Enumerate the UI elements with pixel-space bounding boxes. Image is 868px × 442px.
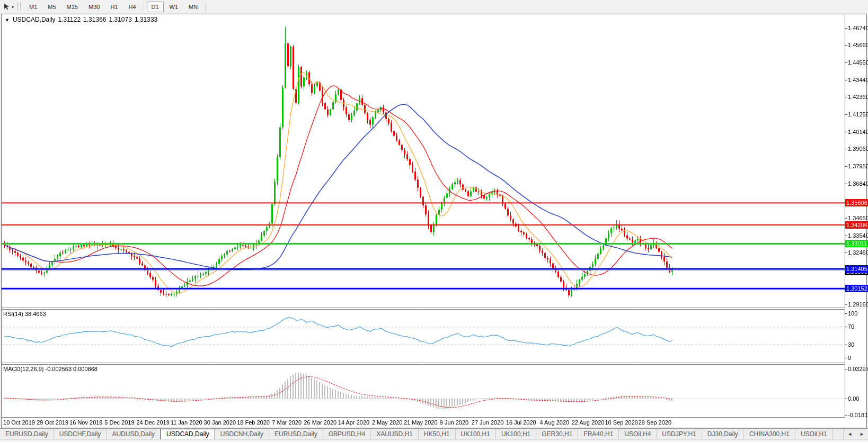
chart-tab-eurusd[interactable]: EURUSD,Daily — [269, 429, 323, 439]
tab-scroll-left-icon[interactable]: ◄ — [844, 431, 856, 437]
price-axis-tick: 1.40140 — [848, 129, 868, 135]
date-axis-label: 29 Oct 2019 — [37, 419, 68, 426]
status-bar — [0, 439, 868, 442]
level-price-badge: 1.35606 — [845, 199, 868, 206]
date-axis-label: 9 Jun 2020 — [440, 419, 468, 426]
ohlc-high: 1.31366 — [83, 16, 106, 23]
rsi-indicator-label: RSI(14) 38.4663 — [3, 311, 46, 317]
chart-canvas[interactable] — [0, 0, 868, 442]
chart-tab-usdchf[interactable]: USDCHF,Daily — [54, 429, 107, 439]
date-axis-label: 11 Jan 2020 — [171, 419, 202, 426]
price-axis-tick: 1.33540 — [848, 232, 868, 239]
ohlc-open: 1.31122 — [58, 16, 81, 23]
chart-tab-usoil[interactable]: USOil,H4 — [619, 429, 657, 439]
chart-tab-audusd[interactable]: AUDUSD,Daily — [107, 429, 161, 439]
ohlc-close: 1.31333 — [135, 16, 157, 23]
price-axis-tick: 1.37950 — [848, 163, 868, 169]
timeframe-toolbar: ▾ M1M5M15M30H1H4D1W1MN — [0, 0, 868, 14]
chevron-down-icon[interactable]: ▾ — [11, 4, 16, 10]
price-axis-tick: 1.36840 — [848, 181, 868, 187]
timeframe-button-m30[interactable]: M30 — [84, 2, 104, 12]
chart-tab-eurusd[interactable]: EURUSD,Daily — [0, 429, 54, 439]
price-axis-tick: 1.39060 — [848, 146, 868, 152]
tab-scroll-right-icon[interactable]: ► — [856, 431, 868, 437]
chart-title: ▼USDCAD,Daily1.311221.313661.310731.3133… — [5, 16, 157, 23]
date-axis-label: 24 Dec 2019 — [136, 419, 169, 426]
chart-symbol-label: USDCAD,Daily — [13, 16, 56, 23]
date-axis-label: 26 Mar 2020 — [304, 419, 336, 426]
tab-scroll-arrows: ◄ ► — [843, 429, 868, 439]
chart-tab-ger30[interactable]: GER30,H1 — [536, 429, 578, 439]
price-axis-tick: 1.34650 — [848, 215, 868, 221]
date-axis-label: 27 Jun 2020 — [472, 419, 504, 426]
chart-tab-bar: EURUSD,DailyUSDCHF,DailyAUDUSD,DailyUSDC… — [0, 428, 868, 439]
chart-menu-icon[interactable]: ▼ — [5, 17, 10, 23]
chart-tab-hk50[interactable]: HK50,H1 — [419, 429, 456, 439]
price-axis-tick: 1.29160 — [848, 301, 868, 308]
chart-tab-china300[interactable]: CHINA300,H1 — [744, 429, 795, 439]
date-axis-label: 10 Sep 2020 — [605, 419, 637, 426]
price-axis-tick: 1.32460 — [848, 249, 868, 256]
rsi-axis-tick: 0 — [848, 355, 851, 361]
level-price-badge: 1.34206 — [845, 221, 868, 229]
timeframe-button-m1[interactable]: M1 — [24, 2, 42, 12]
toolbar-separator — [205, 2, 206, 12]
macd-axis-tick: 0.00 — [848, 395, 859, 402]
rsi-axis-tick: 100 — [848, 310, 857, 317]
date-axis-label: 4 Aug 2020 — [540, 419, 570, 426]
timeframe-button-h1[interactable]: H1 — [105, 2, 122, 12]
macd-indicator-label: MACD(12,26,9) -0.002563 0.000868 — [3, 366, 98, 372]
date-axis-label: 7 Mar 2020 — [272, 419, 302, 426]
date-axis-label: 18 Feb 2020 — [237, 419, 270, 426]
chart-tab-uk100[interactable]: UK100,H1 — [456, 429, 496, 439]
mt4-application: ▾ M1M5M15M30H1H4D1W1MN ▼USDCAD,Daily1.31… — [0, 0, 868, 442]
level-price-badge: 1.30152 — [845, 285, 868, 292]
chart-tabs: EURUSD,DailyUSDCHF,DailyAUDUSD,DailyUSDC… — [0, 429, 833, 439]
timeframe-button-m15[interactable]: M15 — [62, 2, 83, 12]
chart-tab-xauusd[interactable]: XAUUSD,H1 — [371, 429, 419, 439]
timeframe-button-mn[interactable]: MN — [184, 2, 202, 12]
timeframe-button-m5[interactable]: M5 — [43, 2, 60, 12]
chart-tab-fra40[interactable]: FRA40,H1 — [578, 429, 619, 439]
price-axis-tick: 1.46740 — [848, 25, 868, 31]
price-axis-tick: 1.45660 — [848, 42, 868, 48]
chart-tab-gbpusd[interactable]: GBPUSD,H4 — [323, 429, 371, 439]
date-axis-label: 30 Jan 2020 — [204, 419, 236, 426]
macd-axis-tick: 0.032972 — [848, 366, 868, 372]
date-axis-label: 2 May 2020 — [372, 419, 402, 426]
chart-tab-dj30[interactable]: DJ30,Daily — [702, 429, 744, 439]
date-axis-label: 10 Oct 2019 — [3, 419, 35, 426]
level-price-badge: 1.33011 — [845, 240, 868, 247]
cursor-tool-icon[interactable] — [0, 2, 11, 12]
chart-tab-usdcnh[interactable]: USDCNH,Daily — [215, 429, 269, 439]
date-axis-label: 21 May 2020 — [404, 419, 438, 426]
chart-tab-uk100[interactable]: UK100,H1 — [496, 429, 536, 439]
timeframe-button-h4[interactable]: H4 — [123, 2, 140, 12]
price-axis-tick: 1.43440 — [848, 77, 868, 83]
date-axis-label: 5 Dec 2019 — [104, 419, 134, 426]
chart-tab-usoil[interactable]: USOil,H1 — [795, 429, 833, 439]
date-axis-label: 22 Aug 2020 — [572, 419, 605, 426]
toolbar-separator — [144, 2, 144, 12]
date-axis-label: 16 Jul 2020 — [506, 419, 536, 426]
chart-tab-usdjpy[interactable]: USDJPY,H1 — [657, 429, 702, 439]
price-axis-tick: 1.41250 — [848, 111, 868, 118]
chart-tab-usdcad[interactable]: USDCAD,Daily — [161, 429, 215, 439]
ohlc-low: 1.31073 — [109, 16, 132, 23]
date-axis-label: 16 Nov 2019 — [69, 419, 102, 426]
rsi-axis-tick: 30 — [848, 341, 854, 348]
rsi-axis-tick: 70 — [848, 323, 854, 330]
date-axis-label: 29 Sep 2020 — [639, 419, 671, 426]
toolbar-grip[interactable] — [17, 3, 21, 11]
timeframe-buttons: M1M5M15M30H1H4D1W1MN — [24, 2, 208, 12]
date-axis-label: 14 Apr 2020 — [338, 419, 369, 426]
macd-axis-tick: -0.018154 — [848, 412, 868, 418]
level-price-badge: 1.31405 — [845, 265, 868, 273]
price-axis-tick: 1.44550 — [848, 59, 868, 66]
timeframe-button-w1[interactable]: W1 — [165, 2, 183, 12]
price-axis-tick: 1.42360 — [848, 94, 868, 100]
timeframe-button-d1[interactable]: D1 — [147, 2, 164, 12]
